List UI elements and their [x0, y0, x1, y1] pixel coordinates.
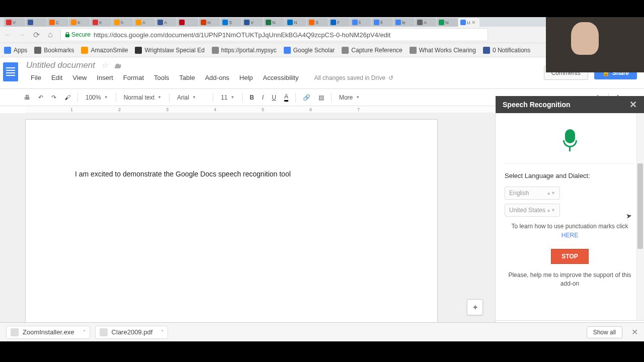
sidebar-title: Speech Recognition: [503, 101, 571, 109]
browser-tab[interactable]: V: [242, 18, 263, 27]
document-title[interactable]: Untitled document: [26, 60, 95, 70]
browser-tab[interactable]: [177, 18, 198, 27]
stop-button[interactable]: STOP: [551, 249, 588, 264]
paint-format-icon[interactable]: 🖌: [61, 92, 73, 103]
forward-button[interactable]: →: [18, 31, 26, 39]
text-color-button[interactable]: A: [281, 91, 291, 104]
download-item[interactable]: Clare2009.pdf ˄: [95, 326, 169, 339]
ruler-mark: 5: [262, 107, 264, 112]
browser-tab[interactable]: N: [285, 18, 306, 27]
bookmark-item[interactable]: Bookmarks: [34, 47, 74, 54]
browser-tab[interactable]: A: [155, 18, 177, 27]
browser-tab[interactable]: N: [199, 18, 220, 27]
ruler-mark: 4: [214, 107, 216, 112]
move-folder-icon[interactable]: 🖿: [114, 61, 121, 70]
star-document-icon[interactable]: ☆: [101, 61, 108, 70]
browser-tab[interactable]: [26, 18, 47, 27]
sidebar-scrollbar[interactable]: [636, 113, 644, 320]
browser-tab[interactable]: F: [329, 18, 350, 27]
bookmark-item[interactable]: Apps: [4, 47, 27, 54]
dialect-select[interactable]: United States▲▼: [505, 204, 560, 217]
document-page[interactable]: I am excited to demonstrate the Google D…: [25, 119, 438, 341]
browser-tab[interactable]: Ir: [91, 18, 112, 27]
bookmark-item[interactable]: What Works Clearing: [410, 47, 476, 54]
undo-icon[interactable]: ↶: [35, 92, 46, 103]
browser-tab[interactable]: C: [47, 18, 68, 27]
file-icon: [100, 328, 108, 336]
more-toolbar[interactable]: More▼: [336, 93, 363, 103]
menu-file[interactable]: File: [26, 72, 46, 83]
history-icon[interactable]: ↺: [388, 74, 393, 81]
browser-tab[interactable]: S: [307, 18, 328, 27]
close-downloads-icon[interactable]: ✕: [631, 327, 638, 337]
menu-insert[interactable]: Insert: [92, 72, 118, 83]
here-link[interactable]: HERE: [561, 232, 578, 239]
font-size-select[interactable]: 11▼: [217, 93, 238, 103]
browser-tab[interactable]: fi: [372, 18, 393, 27]
zoom-select[interactable]: 100%▼: [82, 93, 112, 103]
font-select[interactable]: Arial▼: [174, 93, 209, 103]
improve-text: Please, help me to improve the support o…: [505, 271, 635, 288]
bookmark-item[interactable]: https://portal.mypsyc: [212, 47, 277, 54]
browser-tab[interactable]: li: [350, 18, 371, 27]
back-button[interactable]: ←: [4, 31, 12, 39]
bookmark-item[interactable]: 0 Notifications: [483, 47, 530, 54]
browser-tab-active[interactable]: U✕: [458, 18, 479, 27]
punctuation-help-text: To learn how to use punctuation marks cl…: [505, 222, 635, 240]
browser-tab[interactable]: A: [134, 18, 155, 27]
browser-tab[interactable]: N: [264, 18, 285, 27]
close-tab-icon[interactable]: ✕: [471, 20, 475, 25]
browser-tab[interactable]: V: [4, 18, 25, 27]
horizontal-ruler[interactable]: 1234567: [25, 106, 493, 113]
bookmark-item[interactable]: Capture Reference: [342, 47, 402, 54]
menu-view[interactable]: View: [68, 72, 91, 83]
save-status: All changes saved in Drive ↺: [314, 72, 393, 83]
menu-add-ons[interactable]: Add-ons: [200, 72, 233, 83]
browser-tab[interactable]: K: [69, 18, 90, 27]
ruler-mark: 2: [118, 107, 121, 112]
italic-button[interactable]: I: [259, 92, 267, 103]
close-sidebar-icon[interactable]: ✕: [629, 99, 637, 110]
underline-button[interactable]: U: [269, 92, 279, 103]
bookmark-item[interactable]: AmazonSmile: [81, 47, 128, 54]
browser-tab[interactable]: S: [220, 18, 242, 27]
menu-help[interactable]: Help: [235, 72, 258, 83]
redo-icon[interactable]: ↷: [48, 92, 59, 103]
speech-recognition-sidebar: Speech Recognition ✕ Select Language and…: [495, 113, 644, 341]
menu-bar: FileEditViewInsertFormatToolsTableAdd-on…: [26, 72, 539, 83]
insert-comment-icon[interactable]: ▤: [315, 92, 327, 103]
ruler-mark: 7: [357, 107, 360, 112]
browser-tab[interactable]: le: [393, 18, 415, 27]
menu-accessibility[interactable]: Accessibility: [259, 72, 303, 83]
url-input[interactable]: Secure https://docs.google.com/document/…: [60, 28, 488, 41]
downloads-bar: ZoomInstaller.exe ˄ Clare2009.pdf ˄ Show…: [0, 322, 644, 341]
print-icon[interactable]: 🖶: [21, 92, 33, 103]
bold-button[interactable]: B: [247, 92, 257, 103]
menu-table[interactable]: Table: [175, 72, 199, 83]
webcam-overlay: [546, 17, 644, 72]
explore-button[interactable]: ✦: [467, 299, 483, 315]
browser-tab[interactable]: h: [112, 18, 133, 27]
reload-button[interactable]: ⟳: [32, 31, 40, 39]
menu-format[interactable]: Format: [119, 72, 148, 83]
chevron-up-icon[interactable]: ˄: [83, 329, 86, 335]
home-button[interactable]: ⌂: [46, 31, 54, 39]
browser-tab[interactable]: N: [437, 18, 458, 27]
secure-label: Secure: [71, 31, 91, 38]
document-scroll-area[interactable]: I am excited to demonstrate the Google D…: [0, 113, 495, 341]
insert-link-icon[interactable]: 🔗: [300, 92, 313, 103]
paragraph-style-select[interactable]: Normal text▼: [120, 93, 165, 103]
docs-logo[interactable]: [0, 57, 21, 88]
chevron-up-icon[interactable]: ˄: [161, 329, 164, 335]
bookmark-item[interactable]: Google Scholar: [284, 47, 335, 54]
browser-tab[interactable]: A: [415, 18, 436, 27]
ruler-mark: 1: [70, 107, 73, 112]
microphone-icon[interactable]: [561, 129, 579, 151]
bookmark-item[interactable]: Wrightslaw Special Ed: [135, 47, 204, 54]
show-all-downloads[interactable]: Show all: [587, 326, 622, 338]
download-item[interactable]: ZoomInstaller.exe ˄: [6, 326, 90, 339]
language-select[interactable]: English▲▼: [505, 187, 560, 200]
menu-tools[interactable]: Tools: [149, 72, 174, 83]
menu-edit[interactable]: Edit: [47, 72, 67, 83]
url-text: https://docs.google.com/document/d/1UPNP…: [94, 31, 390, 39]
